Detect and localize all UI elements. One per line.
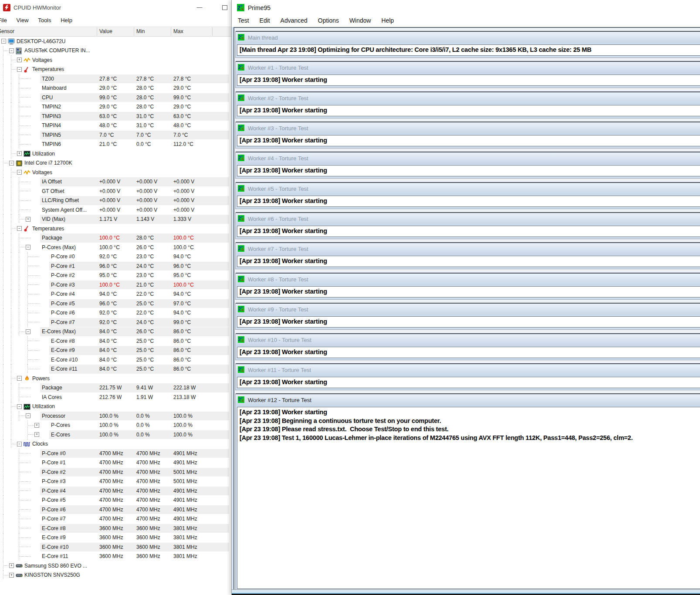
sensor-row[interactable]: GT Offset+0.000 V+0.000 V+0.000 V	[0, 186, 231, 196]
collapse-expander-icon[interactable]: −	[17, 442, 22, 446]
mdi-child-titlebar[interactable]: 2P-1 Worker #1 - Torture Test	[236, 62, 700, 74]
tree-node-row[interactable]: −Temperatures	[0, 65, 231, 74]
collapse-expander-icon[interactable]: −	[26, 245, 30, 250]
sensor-row[interactable]: E-Core #1084.0 °C25.0 °C86.0 °C	[0, 355, 231, 365]
tree-node-row[interactable]: −Intel Core i7 12700K	[0, 159, 231, 168]
sensor-row[interactable]: E-Core #93600 MHz3600 MHz3801 MHz	[0, 533, 231, 543]
sensor-row[interactable]: +E-Cores100.0 %0.0 %100.0 %	[0, 430, 231, 439]
collapse-expander-icon[interactable]: −	[17, 376, 22, 381]
tree-node-row[interactable]: −ASUSTeK COMPUTER IN...	[0, 46, 231, 56]
sensor-row[interactable]: P-Core #494.0 °C22.0 °C94.0 °C	[0, 290, 231, 299]
mdi-child-titlebar[interactable]: 2P-1 Worker #3 - Torture Test	[236, 122, 700, 134]
mdi-child-titlebar[interactable]: 2P-1 Worker #9 - Torture Test	[236, 304, 700, 315]
tree-node-row[interactable]: −Clocks	[0, 439, 231, 449]
tree-node-row[interactable]: −Voltages	[0, 168, 231, 177]
sensor-row[interactable]: LLC/Ring Offset+0.000 V+0.000 V+0.000 V	[0, 196, 231, 206]
sensor-row[interactable]: IA Offset+0.000 V+0.000 V+0.000 V	[0, 177, 231, 187]
sensor-row[interactable]: P-Core #34700 MHz4700 MHz5001 MHz	[0, 477, 231, 487]
sensor-row[interactable]: P-Core #64700 MHz4700 MHz4901 MHz	[0, 505, 231, 514]
mdi-child-titlebar[interactable]: 2P-1 Worker #5 - Torture Test	[236, 183, 700, 195]
sensor-row[interactable]: P-Core #092.0 °C23.0 °C94.0 °C	[0, 252, 231, 262]
menu-item-help[interactable]: Help	[377, 16, 399, 24]
sensor-row[interactable]: IA Cores212.76 W1.91 W213.18 W	[0, 392, 231, 402]
sensor-row[interactable]: −Processor100.0 %0.0 %100.0 %	[0, 411, 231, 421]
mdi-child-titlebar[interactable]: 2P-1 Main thread	[236, 32, 700, 44]
sensor-row[interactable]: P-Core #792.0 °C24.0 °C99.0 °C	[0, 318, 231, 327]
sensor-row[interactable]: −E-Cores (Max)84.0 °C26.0 °C86.0 °C	[0, 327, 231, 337]
mdi-child-titlebar[interactable]: 2P-1 Worker #4 - Torture Test	[236, 152, 700, 164]
column-header-sensor[interactable]: Sensor	[0, 28, 14, 34]
mdi-child-titlebar[interactable]: 2P-1 Worker #8 - Torture Test	[236, 274, 700, 285]
column-header-min[interactable]: Min	[136, 28, 145, 34]
hwmonitor-titlebar[interactable]: CPUID HWMonitor —	[0, 0, 231, 15]
sensor-row[interactable]: +P-Cores100.0 %0.0 %100.0 %	[0, 421, 231, 430]
tree-node-row[interactable]: −Utilization	[0, 402, 231, 412]
column-header-max[interactable]: Max	[173, 28, 183, 34]
sensor-row[interactable]: E-Core #83600 MHz3600 MHz3801 MHz	[0, 524, 231, 533]
sensor-row[interactable]: P-Core #24700 MHz4700 MHz5001 MHz	[0, 467, 231, 477]
collapse-expander-icon[interactable]: −	[26, 329, 30, 334]
collapse-expander-icon[interactable]: −	[17, 170, 22, 175]
tree-node-row[interactable]: −DESKTOP-L46G72U	[0, 37, 231, 46]
expand-expander-icon[interactable]: +	[26, 217, 30, 222]
tree-node-row[interactable]: +Utilization	[0, 149, 231, 159]
sensor-row[interactable]: TMPIN229.0 °C28.0 °C29.0 °C	[0, 102, 231, 112]
expand-expander-icon[interactable]: +	[9, 573, 14, 578]
sensor-row[interactable]: E-Core #984.0 °C25.0 °C86.0 °C	[0, 346, 231, 355]
sensor-row[interactable]: E-Core #1184.0 °C25.0 °C86.0 °C	[0, 365, 231, 374]
mdi-child-titlebar[interactable]: 2P-1 Worker #2 - Torture Test	[236, 92, 700, 104]
sensor-row[interactable]: Mainboard29.0 °C28.0 °C29.0 °C	[0, 84, 231, 93]
menu-item-file[interactable]: File	[0, 15, 11, 24]
sensor-row[interactable]: P-Core #14700 MHz4700 MHz4901 MHz	[0, 458, 231, 468]
sensor-row[interactable]: E-Core #103600 MHz3600 MHz3801 MHz	[0, 542, 231, 552]
sensor-row[interactable]: Package221.75 W9.41 W222.18 W	[0, 383, 231, 393]
sensor-row[interactable]: CPU99.0 °C28.0 °C99.0 °C	[0, 93, 231, 102]
menu-item-test[interactable]: Test	[233, 16, 254, 24]
maximize-button[interactable]	[220, 3, 230, 12]
collapse-expander-icon[interactable]: −	[17, 67, 22, 72]
sensor-row[interactable]: P-Core #04700 MHz4700 MHz4901 MHz	[0, 449, 231, 458]
tree-node-row[interactable]: +Samsung SSD 860 EVO ...	[0, 561, 231, 571]
sensor-row[interactable]: Package100.0 °C28.0 °C100.0 °C	[0, 233, 231, 243]
collapse-expander-icon[interactable]: −	[1, 39, 6, 44]
mdi-child-titlebar[interactable]: 2P-1 Worker #7 - Torture Test	[236, 243, 700, 255]
menu-item-advanced[interactable]: Advanced	[276, 16, 312, 24]
mdi-child-titlebar[interactable]: 2P-1 Worker #10 - Torture Test	[236, 334, 700, 346]
sensor-row[interactable]: E-Core #113600 MHz3600 MHz3801 MHz	[0, 552, 231, 561]
sensor-row[interactable]: P-Core #54700 MHz4700 MHz4901 MHz	[0, 496, 231, 505]
mdi-child-titlebar[interactable]: 2P-1 Worker #6 - Torture Test	[236, 213, 700, 225]
tree-node-row[interactable]: −Powers	[0, 374, 231, 383]
sensor-row[interactable]: P-Core #74700 MHz4700 MHz4901 MHz	[0, 514, 231, 524]
collapse-expander-icon[interactable]: −	[9, 161, 14, 166]
tree-node-row[interactable]: +Voltages	[0, 55, 231, 65]
sensor-row[interactable]: P-Core #196.0 °C24.0 °C96.0 °C	[0, 261, 231, 271]
tree-node-row[interactable]: +KINGSTON SNVS250G	[0, 571, 231, 580]
menu-item-window[interactable]: Window	[345, 16, 375, 24]
sensor-row[interactable]: P-Core #44700 MHz4700 MHz4901 MHz	[0, 486, 231, 496]
collapse-expander-icon[interactable]: −	[26, 413, 30, 418]
column-header-value[interactable]: Value	[99, 28, 112, 34]
minimize-button[interactable]: —	[194, 3, 205, 12]
sensor-row[interactable]: TMPIN621.0 °C0.0 °C112.0 °C	[0, 140, 231, 149]
expand-expander-icon[interactable]: +	[34, 432, 39, 437]
mdi-child-titlebar[interactable]: 2P-1 Worker #11 - Torture Test	[236, 364, 700, 376]
sensor-row[interactable]: TMPIN448.0 °C31.0 °C48.0 °C	[0, 121, 231, 131]
sensor-row[interactable]: TMPIN57.0 °C7.0 °C7.0 °C	[0, 130, 231, 140]
menu-item-view[interactable]: View	[13, 15, 33, 24]
sensor-row[interactable]: P-Core #295.0 °C23.0 °C95.0 °C	[0, 271, 231, 281]
expand-expander-icon[interactable]: +	[17, 57, 22, 62]
sensor-row[interactable]: −P-Cores (Max)100.0 °C26.0 °C100.0 °C	[0, 243, 231, 252]
sensor-row[interactable]: TZ0027.8 °C27.8 °C27.8 °C	[0, 74, 231, 84]
expand-expander-icon[interactable]: +	[17, 151, 22, 156]
menu-item-options[interactable]: Options	[314, 16, 343, 24]
tree-node-row[interactable]: −Temperatures	[0, 224, 231, 233]
sensor-row[interactable]: P-Core #596.0 °C25.0 °C97.0 °C	[0, 299, 231, 308]
menu-item-edit[interactable]: Edit	[255, 16, 274, 24]
sensor-row[interactable]: System Agent Off...+0.000 V+0.000 V+0.00…	[0, 205, 231, 215]
prime95-titlebar[interactable]: 2P-1 Prime95	[232, 0, 700, 16]
sensor-row[interactable]: TMPIN363.0 °C31.0 °C63.0 °C	[0, 112, 231, 121]
expand-expander-icon[interactable]: +	[9, 563, 14, 568]
collapse-expander-icon[interactable]: −	[17, 226, 22, 231]
collapse-expander-icon[interactable]: −	[17, 404, 22, 409]
sensor-row[interactable]: P-Core #3100.0 °C21.0 °C100.0 °C	[0, 280, 231, 290]
